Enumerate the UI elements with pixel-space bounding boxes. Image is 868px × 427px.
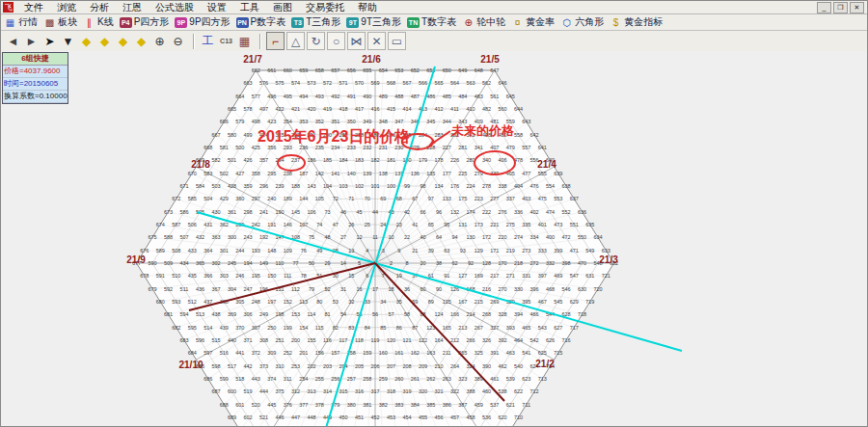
svg-text:402: 402 — [529, 209, 538, 215]
svg-text:631: 631 — [585, 273, 594, 279]
svg-text:48: 48 — [324, 234, 330, 240]
next-icon[interactable]: ► — [23, 33, 40, 49]
svg-text:104: 104 — [323, 183, 332, 189]
svg-text:96: 96 — [436, 209, 442, 215]
zoom-in-icon[interactable]: ⊕ — [151, 33, 168, 49]
bowtie-tool-icon[interactable]: ⋈ — [347, 32, 366, 50]
menu-browse[interactable]: 浏览 — [50, 1, 83, 14]
toolbar-item-golden-indicator[interactable]: $黄金指标 — [610, 15, 663, 29]
svg-text:182: 182 — [370, 157, 379, 163]
svg-text:593: 593 — [172, 299, 180, 305]
svg-text:601: 601 — [235, 402, 244, 408]
t-tool-icon[interactable]: 工 — [200, 33, 216, 49]
svg-text:227: 227 — [443, 145, 451, 150]
flash-up-icon[interactable]: ◆ — [115, 33, 131, 49]
toolbar-item-quotes[interactable]: ▦行情 — [4, 15, 38, 29]
menu-gann[interactable]: 江恩 — [116, 1, 149, 14]
svg-text:76: 76 — [301, 248, 307, 254]
minimize-button[interactable]: _ — [817, 2, 831, 13]
svg-text:338: 338 — [498, 183, 506, 189]
svg-text:20: 20 — [420, 260, 425, 266]
toolbar-item-9t-triangle[interactable]: 9T9T三角形 — [346, 15, 401, 29]
svg-text:562: 562 — [482, 80, 491, 86]
svg-text:467: 467 — [538, 299, 547, 305]
svg-text:717: 717 — [570, 325, 579, 331]
svg-text:174: 174 — [466, 209, 475, 215]
flash-down-icon[interactable]: ◆ — [133, 33, 149, 49]
svg-text:686: 686 — [203, 376, 212, 382]
menu-draw[interactable]: 画图 — [266, 1, 299, 14]
menu-help[interactable]: 帮助 — [351, 1, 384, 14]
svg-text:654: 654 — [379, 67, 388, 73]
circle-tool-icon[interactable]: ○ — [327, 32, 345, 50]
param-scale-row[interactable]: 换算系数=0.10000 — [3, 91, 68, 103]
svg-text:205: 205 — [355, 363, 364, 369]
svg-text:710: 710 — [514, 414, 523, 420]
svg-text:316: 316 — [355, 388, 364, 394]
svg-text:394: 394 — [514, 311, 523, 317]
svg-text:674: 674 — [156, 222, 165, 227]
svg-text:112: 112 — [291, 286, 300, 292]
menu-analysis[interactable]: 分析 — [83, 1, 116, 14]
restore-button[interactable]: ❐ — [833, 2, 848, 13]
svg-text:713: 713 — [538, 376, 547, 382]
svg-text:589: 589 — [156, 248, 165, 254]
toolbar-item-p-square[interactable]: P4P四方形 — [120, 15, 170, 29]
p-square-icon: P4 — [120, 17, 132, 28]
svg-text:64: 64 — [436, 234, 442, 240]
svg-text:577: 577 — [252, 93, 260, 99]
svg-text:199: 199 — [284, 325, 292, 331]
cut-tool-icon[interactable]: ✕ — [367, 32, 386, 50]
toolbar-item-kline[interactable]: ∥K线 — [83, 15, 114, 29]
toolbar-item-hexagon[interactable]: ⬡六角形 — [560, 15, 604, 29]
c13-tool-icon[interactable]: C13 — [218, 33, 234, 49]
triangle-tool-icon[interactable]: △ — [286, 32, 305, 50]
menu-settings[interactable]: 设置 — [201, 1, 233, 14]
toolbar-item-t-triangle[interactable]: T3T三角形 — [291, 15, 340, 29]
rotate-tool-icon[interactable]: ↻ — [307, 32, 325, 50]
svg-text:431: 431 — [203, 222, 212, 227]
svg-text:321: 321 — [434, 388, 443, 394]
toolbar-item-p-number-table[interactable]: PNP数字表 — [236, 15, 286, 29]
svg-text:396: 396 — [529, 286, 538, 292]
svg-text:341: 341 — [475, 145, 483, 150]
svg-text:521: 521 — [259, 414, 268, 420]
param-price-row[interactable]: 价格=4037.9600 — [3, 66, 68, 78]
menu-formula-stockpick[interactable]: 公式选股 — [149, 1, 201, 14]
svg-text:156: 156 — [315, 350, 324, 356]
menu-file[interactable]: 文件 — [17, 1, 50, 14]
flash-right-icon[interactable]: ◆ — [96, 33, 113, 49]
rect-tool-icon[interactable]: ▭ — [388, 32, 406, 50]
svg-text:274: 274 — [514, 234, 523, 240]
calendar-icon[interactable]: ▦ — [236, 33, 253, 49]
funnel-icon[interactable]: ▼ — [60, 33, 76, 49]
toolbar-item-golden-ratio[interactable]: ¤黄金率 — [511, 15, 555, 29]
svg-text:50: 50 — [309, 260, 314, 266]
svg-text:164: 164 — [434, 337, 443, 343]
svg-text:660: 660 — [284, 67, 292, 73]
flash-left-icon[interactable]: ◆ — [78, 33, 95, 49]
toolbar-item-sectors[interactable]: ▩板块 — [43, 15, 77, 29]
svg-text:332: 332 — [546, 260, 555, 266]
p-number-table-icon: PN — [236, 17, 249, 28]
svg-text:336: 336 — [514, 209, 523, 215]
toolbar-item-t-number-table[interactable]: TNT数字表 — [407, 15, 456, 29]
menu-tools[interactable]: 工具 — [233, 1, 266, 14]
svg-text:133: 133 — [443, 196, 451, 201]
toolbar-label: 黄金率 — [526, 15, 555, 29]
param-time-row[interactable]: 时间=20150605 — [3, 78, 68, 91]
svg-text:564: 564 — [450, 80, 459, 86]
svg-text:648: 648 — [475, 67, 483, 73]
prev-icon[interactable]: ◄ — [5, 33, 21, 49]
svg-text:5: 5 — [358, 260, 361, 266]
angle-tool-icon[interactable]: ⌐ — [266, 32, 285, 50]
toolbar-item-9p-square[interactable]: 9P9P四方形 — [175, 15, 230, 29]
svg-text:130: 130 — [466, 234, 475, 240]
svg-text:220: 220 — [498, 234, 506, 240]
menu-trade[interactable]: 交易委托 — [299, 1, 351, 14]
svg-text:552: 552 — [561, 209, 570, 215]
pointer-icon[interactable]: ➤ — [41, 33, 58, 49]
close-button[interactable]: ✕ — [850, 2, 864, 13]
toolbar-item-wheel-in-wheel[interactable]: ⊕轮中轮 — [462, 15, 505, 29]
zoom-out-icon[interactable]: ⊖ — [170, 33, 186, 49]
